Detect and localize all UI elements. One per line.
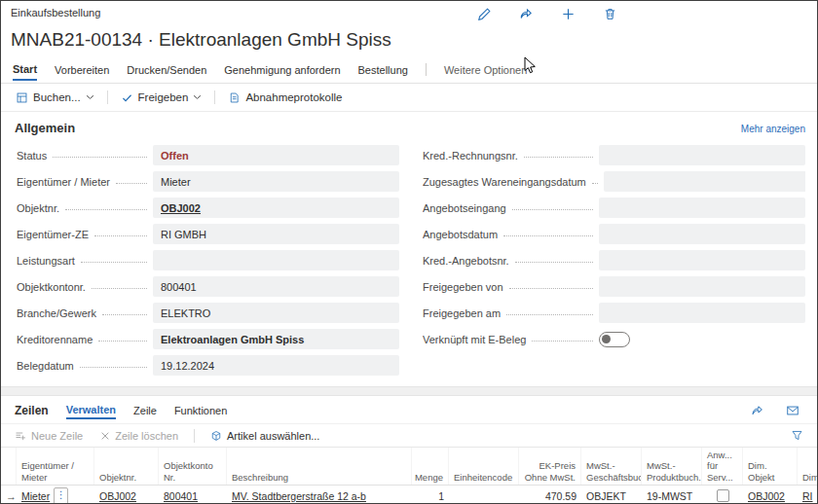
col-einheitencode[interactable]: Einheitencode [449, 448, 519, 485]
tab-separator [426, 63, 427, 76]
page-caption: Einkaufsbestellung [11, 7, 100, 18]
col-mwst-produktbuch[interactable]: MwSt.-Produktbuch... [642, 448, 702, 485]
tab-bestellung[interactable]: Bestellung [358, 59, 408, 80]
cell-ek-preis[interactable]: 470.59 [545, 490, 576, 502]
page-title: MNAB21-00134 · Elektroanlagen GmbH Spiss [11, 27, 817, 53]
lines-grid: Eigentümer / Mieter Objektnr. Objektkont… [1, 448, 817, 504]
field-kreditorenname: Kreditorenname Elektroanlagen GmbH Spiss [17, 326, 399, 352]
col-ek-preis[interactable]: EK-Preis Ohne MwSt. [519, 448, 581, 485]
allgemein-heading: Allgemein [15, 121, 75, 135]
zeile-loeschen-button[interactable]: Zeile löschen [98, 428, 180, 444]
zeilen-tab-verwalten[interactable]: Verwalten [66, 401, 116, 419]
zeilen-tab-funktionen[interactable]: Funktionen [174, 402, 227, 418]
cell-dim-truncated[interactable]: RI [802, 490, 813, 502]
field-leistungsart: Leistungsart [17, 247, 399, 273]
freigegeben-von-value[interactable] [599, 276, 805, 297]
status-value[interactable]: Offen [153, 145, 399, 165]
field-label: Zugesagtes Wareneingangsdatum [423, 176, 586, 188]
abnahmeprotokolle-button[interactable]: Abnahmeprotokolle [221, 89, 349, 107]
col-menge[interactable]: Menge [412, 448, 449, 485]
kreditorenname-value[interactable]: Elektroanlagen GmbH Spiss [153, 329, 399, 349]
freigegeben-am-value[interactable] [599, 303, 805, 323]
edit-button[interactable] [475, 5, 494, 23]
field-kred-angebotsnr: Kred.-Angebotsnr. [423, 247, 805, 273]
cell-mwst-produktbuch[interactable]: 19-MWST [647, 490, 692, 502]
field-label: Leistungsart [17, 255, 75, 267]
eigentuemer-ze-value[interactable]: RI GMBH [153, 224, 399, 244]
row-menu-button[interactable]: ⋮ [54, 487, 68, 504]
current-row-indicator: → [6, 490, 17, 502]
cell-menge[interactable]: 1 [438, 490, 444, 502]
neue-zeile-button[interactable]: Neue Zeile [13, 428, 85, 444]
cell-mwst-geschaeftsbuch[interactable]: OBJEKT [586, 490, 626, 502]
tab-start[interactable]: Start [13, 58, 37, 81]
cell-objektkonto[interactable]: 800401 [164, 490, 198, 502]
col-mwst-geschaeftsbuch[interactable]: MwSt.-Geschäftsbuc... [581, 448, 642, 485]
pencil-icon [477, 7, 492, 21]
add-button[interactable] [559, 5, 577, 23]
field-label: Eigentümer / Mieter [17, 176, 110, 188]
angebotseingang-value[interactable] [599, 198, 805, 218]
belegdatum-value[interactable]: 19.12.2024 [153, 355, 399, 376]
cell-eigentuemer-mieter[interactable]: Mieter [21, 490, 50, 502]
col-dim-truncated[interactable]: Dim... [798, 448, 817, 485]
objektkontonr-value[interactable]: 800401 [153, 276, 399, 297]
kred-angebotsnr-value[interactable] [599, 250, 805, 270]
field-branche-gewerk: Branche/Gewerk ELEKTRO [17, 300, 399, 326]
dotted-leader [592, 182, 598, 184]
section-gap [1, 386, 817, 396]
tab-drucken-senden[interactable]: Drucken/Senden [127, 59, 206, 80]
action-separator [214, 90, 215, 104]
field-label: Verknüpft mit E-Beleg [423, 334, 526, 345]
filter-icon [791, 429, 803, 442]
field-label: Branche/Gewerk [17, 307, 96, 319]
tab-vorbereiten[interactable]: Vorbereiten [55, 59, 109, 80]
eigentuemer-mieter-value[interactable]: Mieter [153, 171, 399, 192]
mehr-anzeigen-link[interactable]: Mehr anzeigen [741, 124, 805, 134]
objektnr-value[interactable]: OBJ002 [161, 202, 201, 214]
buchen-button[interactable]: Buchen... [9, 89, 101, 107]
mail-icon [786, 404, 799, 417]
artikel-auswaehlen-button[interactable]: Artikel auswählen... [208, 428, 321, 444]
cell-objektnr[interactable]: OBJ002 [99, 490, 136, 502]
col-objektkonto-nr[interactable]: Objektkonto Nr. [159, 448, 227, 485]
field-kred-rechnungsnr: Kred.-Rechnungsnr. [423, 142, 805, 168]
e-beleg-toggle[interactable] [599, 332, 630, 347]
delete-button[interactable] [601, 5, 619, 23]
cell-dim-objekt[interactable]: OBJ002 [748, 490, 785, 502]
branche-gewerk-value[interactable]: ELEKTRO [153, 303, 399, 323]
abnahmeprotokolle-label: Abnahmeprotokolle [245, 91, 342, 103]
tab-weitere-optionen[interactable]: Weitere Optionen [444, 59, 527, 80]
col-objektnr[interactable]: Objektnr. [94, 448, 159, 485]
field-belegdatum: Belegdatum 19.12.2024 [17, 352, 399, 378]
share-button[interactable] [517, 5, 536, 23]
field-eigentuemer-ze: Eigentümer-ZE RI GMBH [17, 221, 399, 247]
kred-rechnungsnr-value[interactable] [599, 145, 805, 165]
toolbar-separator [194, 429, 195, 443]
zeile-loeschen-label: Zeile löschen [115, 430, 178, 442]
field-status: Status Offen [17, 142, 399, 168]
wareneingangsdatum-value[interactable] [604, 171, 805, 192]
dotted-leader [94, 234, 147, 236]
zeilen-share-button[interactable] [749, 402, 766, 419]
freigeben-button[interactable]: Freigeben [114, 89, 209, 107]
zeilen-tab-zeile[interactable]: Zeile [133, 402, 157, 418]
dotted-leader [102, 313, 147, 315]
field-objektkontonr: Objektkontonr. 800401 [17, 273, 399, 300]
cell-anw-serv-checkbox[interactable] [717, 489, 729, 502]
col-eigentuemer-mieter[interactable]: Eigentümer / Mieter [17, 448, 94, 485]
col-anw-fuer-serv[interactable]: Anw... für Serv... [702, 448, 743, 485]
col-dim-objekt[interactable]: Dim. Objekt [743, 448, 798, 485]
field-angebotsdatum: Angebotsdatum [423, 221, 805, 247]
tab-genehmigung-anfordern[interactable]: Genehmigung anfordern [224, 59, 340, 80]
leistungsart-value[interactable] [153, 250, 399, 270]
dotted-leader [506, 313, 593, 315]
zeilen-mail-button[interactable] [784, 402, 801, 419]
angebotsdatum-value[interactable] [599, 224, 805, 244]
grid-header-row: Eigentümer / Mieter Objektnr. Objektkont… [1, 448, 817, 486]
cell-beschreibung[interactable]: MV. Stadtbergerstraße 12 a-b [232, 490, 366, 502]
plus-icon [561, 7, 576, 21]
share-icon [519, 7, 534, 21]
col-beschreibung[interactable]: Beschreibung [227, 448, 412, 485]
line-filter-button[interactable] [789, 427, 805, 444]
